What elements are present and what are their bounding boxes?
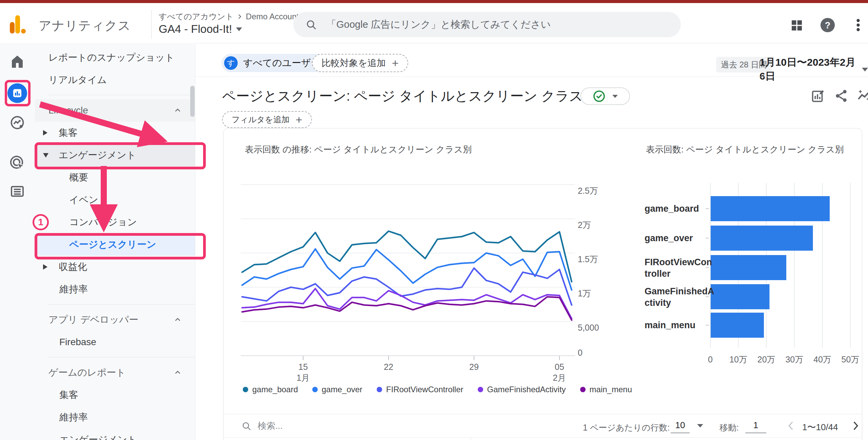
date-range-picker[interactable]: 1月10日〜2023年2月6日 <box>760 56 868 83</box>
expand-right-icon <box>43 264 47 270</box>
more-vertical-icon[interactable] <box>850 17 866 33</box>
breadcrumb[interactable]: すべてのアカウント Demo Account <box>159 11 299 22</box>
plus-icon: + <box>392 57 399 69</box>
divider <box>48 95 195 95</box>
svg-text:2月: 2月 <box>553 373 566 382</box>
add-filter-chip[interactable]: フィルタを追加 + <box>222 111 312 128</box>
sidebar-item-games-engagement[interactable]: エンゲージメント <box>35 428 195 440</box>
legend-item[interactable]: game_board <box>243 385 298 394</box>
sidebar-section-app-developer[interactable]: アプリ デベロッパー <box>35 309 195 331</box>
svg-text:30万: 30万 <box>785 355 803 364</box>
pagination-range: 1〜10/44 <box>802 421 838 433</box>
breadcrumb-account[interactable]: Demo Account <box>246 12 299 21</box>
bar-chart-icon <box>12 87 23 99</box>
legend-dot <box>478 387 483 392</box>
drawer-scrollbar[interactable] <box>190 86 195 117</box>
explore-icon[interactable] <box>9 114 25 131</box>
previous-page-icon[interactable] <box>786 420 796 432</box>
svg-text:game_over: game_over <box>645 233 693 243</box>
chevron-right-icon <box>236 13 243 20</box>
search-icon <box>241 421 252 431</box>
legend-item[interactable]: main_menu <box>580 385 632 394</box>
rows-per-page-select[interactable]: 10 <box>671 420 690 433</box>
annotation-step-number: 1 <box>33 214 49 230</box>
breadcrumb-scope[interactable]: すべてのアカウント <box>159 11 234 22</box>
add-comparison-chip[interactable]: 比較対象を追加 + <box>312 54 408 72</box>
legend-item[interactable]: GameFinishedActivity <box>478 385 566 394</box>
bar-chart-title: 表示回数: ページ タイトルとスクリーン クラス別 <box>646 144 844 155</box>
sidebar-item-games-acquisition[interactable]: 集客 <box>35 384 195 406</box>
sidebar-item-realtime[interactable]: リアルタイム <box>35 69 195 91</box>
check-circle-icon <box>593 90 606 103</box>
chart-legend: game_boardgame_overFIRootViewControllerG… <box>243 385 632 394</box>
browser-theme-strip <box>0 0 868 3</box>
next-page-icon[interactable] <box>850 420 861 432</box>
legend-item[interactable]: game_over <box>312 385 362 394</box>
library-icon[interactable] <box>9 183 25 200</box>
annotation-arrow-1 <box>34 98 190 159</box>
svg-text:15: 15 <box>298 362 308 372</box>
global-search[interactable]: 「Google 広告にリンク」と検索してみてください <box>293 12 681 37</box>
table-top-border <box>223 437 861 438</box>
chevron-up-icon[interactable] <box>173 315 182 324</box>
svg-text:5,000: 5,000 <box>578 323 599 332</box>
ga4-analytics-page: アナリティクス すべてのアカウント Demo Account GA4 - Flo… <box>0 0 868 440</box>
legend-item[interactable]: FIRootViewController <box>377 385 463 394</box>
svg-text:2万: 2万 <box>578 220 591 230</box>
divider <box>48 304 195 305</box>
table-search[interactable]: 検索... <box>241 420 283 432</box>
chevron-down-icon[interactable] <box>697 424 703 427</box>
plus-icon: + <box>296 114 302 125</box>
svg-text:0: 0 <box>708 355 713 364</box>
legend-label: game_board <box>252 385 298 394</box>
product-name: アナリティクス <box>39 17 131 34</box>
svg-text:GameFinishedA: GameFinishedA <box>645 286 714 296</box>
sidebar-section-games-report[interactable]: ゲームのレポート <box>35 361 195 384</box>
sidebar-item-firebase[interactable]: Firebase <box>35 331 195 353</box>
svg-text:1月: 1月 <box>297 373 310 382</box>
legend-dot <box>377 387 382 392</box>
svg-text:FIRootViewCon: FIRootViewCon <box>645 257 712 267</box>
home-icon[interactable] <box>9 54 25 70</box>
customize-report-icon[interactable] <box>810 88 826 104</box>
svg-text:2.5万: 2.5万 <box>578 186 598 195</box>
app-header: アナリティクス すべてのアカウント Demo Account GA4 - Flo… <box>0 3 868 43</box>
rows-per-page-label: 1 ページあたりの行数: <box>583 422 670 433</box>
reports-nav-icon[interactable] <box>7 83 27 103</box>
goto-page-input[interactable]: 1 <box>745 420 766 433</box>
svg-text:game_board: game_board <box>645 204 699 214</box>
data-quality-badge[interactable] <box>580 87 630 105</box>
svg-text:29: 29 <box>469 362 479 372</box>
audience-chip-avatar: す <box>224 56 238 70</box>
annotation-arrow-2 <box>85 163 125 236</box>
svg-text:50万: 50万 <box>842 355 860 364</box>
page-title: ページとスクリーン: ページ タイトルとスクリーン クラス <box>222 87 583 105</box>
search-icon <box>305 19 317 30</box>
insights-icon[interactable] <box>856 88 868 104</box>
sidebar-item-monetization[interactable]: 収益化 <box>35 256 195 278</box>
views-by-class-bar-chart[interactable]: 010万20万30万40万50万game_boardgame_overFIRoo… <box>643 159 866 383</box>
legend-dot <box>580 387 586 392</box>
svg-text:1.5万: 1.5万 <box>578 254 598 264</box>
chevron-down-icon <box>612 95 618 98</box>
divider <box>48 357 195 357</box>
legend-label: game_over <box>322 385 362 394</box>
chevron-up-icon[interactable] <box>173 368 182 377</box>
sidebar-item-pages-and-screens[interactable]: ページとスクリーン <box>35 233 195 256</box>
svg-text:main_menu: main_menu <box>645 320 695 330</box>
advertising-icon[interactable] <box>9 155 25 171</box>
svg-text:22: 22 <box>384 362 393 372</box>
sidebar-item-games-retention[interactable]: 維持率 <box>35 406 195 428</box>
svg-text:1万: 1万 <box>578 289 591 298</box>
share-icon[interactable] <box>833 88 849 104</box>
views-trend-line-chart[interactable]: 2.5万2万1.5万1万5,0000151月2229052月 <box>237 159 604 383</box>
legend-dot <box>312 387 318 392</box>
sidebar-item-report-snapshot[interactable]: レポートのスナップショット <box>35 46 195 69</box>
svg-text:05: 05 <box>555 362 564 372</box>
help-icon[interactable]: ? <box>820 17 835 33</box>
sidebar-item-retention[interactable]: 維持率 <box>35 278 195 300</box>
svg-text:0: 0 <box>578 348 583 357</box>
svg-text:40万: 40万 <box>813 355 831 364</box>
diagnostics-grid-icon[interactable] <box>790 19 804 32</box>
property-switcher[interactable]: GA4 - Flood-It! <box>159 23 242 36</box>
